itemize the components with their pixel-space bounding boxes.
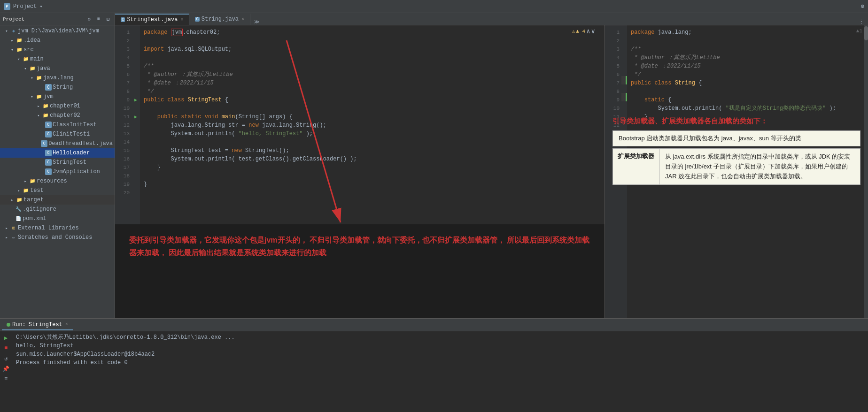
- settings-icon[interactable]: ⚙: [861, 3, 864, 10]
- sidebar-expand-icon[interactable]: ≡: [95, 15, 102, 23]
- tree-item-string[interactable]: ▸ C String: [0, 83, 115, 92]
- tree-label-jvm: jvm D:\Java\idea\JVM\jvm: [18, 28, 99, 34]
- cmd-text: C:\Users\其然乐乃Letitbe\.jdks\corretto-1.8.…: [16, 334, 235, 341]
- tree-item-src[interactable]: ▾ 📁 src: [0, 45, 115, 54]
- tree-item-target[interactable]: ▸ 📁 target: [0, 195, 115, 205]
- tree-item-idea[interactable]: ▸ 📁 .idea: [0, 36, 115, 45]
- warning-count[interactable]: ▲ 4: [576, 29, 585, 34]
- tree-label-src: src: [23, 46, 34, 53]
- tree-label-string: String: [53, 84, 73, 91]
- warning-badge: ⚠ ▲ 4 ∧ ∨: [572, 27, 595, 35]
- folder-icon-idea: 📁: [16, 37, 23, 44]
- tree-item-main[interactable]: ▾ 📁 main: [0, 54, 115, 64]
- editor-area: C StringTest.java × C String.java × ≫ ⋮: [115, 13, 868, 318]
- tab-string[interactable]: C String.java ×: [189, 14, 250, 25]
- tree-arrow-main: ▾: [16, 56, 22, 62]
- tree-item-gitignore[interactable]: 🔧 .gitignore: [0, 205, 115, 214]
- resume-btn[interactable]: ↺: [1, 354, 11, 363]
- tree-item-pom[interactable]: 📄 pom.xml: [0, 214, 115, 223]
- run-tab-label: Run:: [12, 321, 26, 328]
- tree-label-deadthread: DeadThreadTest.java: [48, 140, 113, 147]
- right-scrollbar-thumb[interactable]: [864, 26, 868, 40]
- editor-toolbar: ⋮: [859, 19, 868, 25]
- rerun-btn[interactable]: ▶: [1, 333, 11, 343]
- tree-label-stringtest: StringTest: [53, 159, 86, 166]
- module-icon: ◈: [10, 28, 17, 34]
- run-dot: [7, 323, 10, 327]
- output3-text: Process finished with exit code 0: [16, 359, 128, 366]
- sidebar-tree: ▾ ◈ jvm D:\Java\idea\JVM\jvm ▸ 📁 .idea ▾…: [0, 25, 115, 318]
- tree-arrow-java: ▾: [23, 66, 28, 71]
- bottom-console-content: C:\Users\其然乐乃Letitbe\.jdks\corretto-1.8.…: [12, 331, 868, 412]
- tree-item-jvm-root[interactable]: ▾ ◈ jvm D:\Java\idea\JVM\jvm: [0, 26, 115, 36]
- annotation-title: 引导类加载器、扩展类加载器各自加载的类如下：: [612, 117, 860, 126]
- right-line-indicator: ▲1: [856, 28, 862, 34]
- tree-arrow-test: ▸: [16, 188, 22, 193]
- run-tab[interactable]: Run: StringTest ×: [2, 320, 73, 330]
- tree-arrow-scratches: ▸: [4, 235, 9, 240]
- console-output2: sun.misc.Launcher$AppClassLoader@18b4aac…: [16, 350, 864, 359]
- right-annotation-panel: 引导类加载器、扩展类加载器各自加载的类如下： Bootstrap 启动类加载器只…: [605, 112, 868, 190]
- java-icon-helloloader: C: [45, 150, 52, 156]
- folder-icon-java: 📁: [29, 65, 36, 72]
- tree-label-chapter01: chapter01: [50, 103, 80, 109]
- tree-item-ext-libs[interactable]: ▸ ⊞ External Libraries: [0, 223, 115, 233]
- tree-arrow-extlibs: ▸: [4, 225, 9, 231]
- run-gutter-icon[interactable]: ▶: [132, 96, 140, 104]
- tree-label-idea: .idea: [23, 37, 40, 44]
- pin-btn[interactable]: 📌: [1, 364, 11, 374]
- tree-item-chapter02[interactable]: ▾ 📁 chapter02: [0, 111, 115, 120]
- tree-item-jvm-pkg[interactable]: ▾ 📁 jvm: [0, 92, 115, 101]
- run-gutter-icon2[interactable]: ▶: [132, 113, 140, 121]
- java-icon-string: C: [45, 84, 52, 91]
- tree-arrow-chapter02: ▾: [36, 113, 41, 118]
- tree-label-chapter02: chapter02: [50, 112, 80, 119]
- tree-arrow-src: ▾: [9, 47, 15, 53]
- tree-item-java-lang[interactable]: ▾ 📁 java.lang: [0, 73, 115, 83]
- run-tab-close[interactable]: ×: [65, 322, 68, 327]
- left-code-pane: ⚠ ▲ 4 ∧ ∨ 12345 678910 1112131415 161718…: [115, 25, 605, 318]
- tree-item-clinit[interactable]: C ClinitTest1: [0, 130, 115, 139]
- tree-label-main: main: [30, 56, 44, 62]
- tree-label-jvm-pkg: jvm: [43, 93, 54, 100]
- java-icon-clinit: C: [45, 131, 52, 137]
- ext-box-row: 扩展类加载器 从 java.ext.dirs 系统属性所指定的目录中加载类库，或…: [612, 148, 860, 185]
- tree-item-resources[interactable]: ▸ 📁 resources: [0, 176, 115, 186]
- project-label[interactable]: Project: [13, 3, 37, 10]
- tree-item-helloloader[interactable]: C HelloLoader: [0, 148, 115, 158]
- tree-label-target: target: [23, 197, 44, 203]
- sidebar-title: Project: [3, 16, 24, 22]
- stop-btn[interactable]: ■: [1, 343, 11, 353]
- nav-up-icon[interactable]: ∧: [586, 27, 590, 35]
- tab-overflow-btn[interactable]: ≫: [252, 19, 262, 25]
- tree-label-pom: pom.xml: [23, 215, 46, 222]
- tab-close-stringtest[interactable]: ×: [180, 17, 183, 23]
- tree-arrow-jvm: ▾: [4, 28, 9, 34]
- tree-item-chapter01[interactable]: ▸ 📁 chapter01: [0, 101, 115, 111]
- nav-down-icon[interactable]: ∨: [591, 27, 595, 35]
- project-dropdown-arrow[interactable]: ▾: [39, 4, 42, 9]
- java-icon-deadthread: C: [41, 140, 47, 147]
- console-output1: hello, StringTest: [16, 342, 864, 350]
- ext-label: 扩展类加载器: [612, 148, 659, 185]
- tree-arrow-resources: ▸: [23, 178, 28, 184]
- sidebar-gear-icon[interactable]: ⚙: [85, 15, 93, 23]
- ext-content: 从 java.ext.dirs 系统属性所指定的目录中加载类库，或从 JDK 的…: [659, 148, 860, 185]
- tree-item-test[interactable]: ▸ 📁 test: [0, 186, 115, 195]
- tree-item-java[interactable]: ▾ 📁 java: [0, 64, 115, 73]
- tree-arrow-idea: ▸: [9, 38, 15, 43]
- tab-stringtest[interactable]: C StringTest.java ×: [115, 14, 189, 25]
- kebab-menu-icon[interactable]: ⋮: [859, 19, 864, 25]
- tab-close-string[interactable]: ×: [241, 17, 244, 22]
- tree-item-deadthread[interactable]: C DeadThreadTest.java: [0, 139, 115, 148]
- tree-item-stringtest[interactable]: C StringTest: [0, 158, 115, 167]
- tab-overflow-icon: ≫: [254, 19, 260, 25]
- tree-arrow-chapter01: ▸: [36, 103, 41, 109]
- tree-item-scratches[interactable]: ▸ ✏ Scratches and Consoles: [0, 233, 115, 242]
- sidebar-settings-icon[interactable]: ⊞: [104, 15, 112, 23]
- tree-item-jvmapp[interactable]: C JvmApplication: [0, 167, 115, 176]
- scroll-btn[interactable]: ≡: [1, 374, 11, 384]
- tree-label-helloloader: HelloLoader: [53, 150, 90, 156]
- tree-item-classinit[interactable]: C ClassInitTest: [0, 120, 115, 130]
- tree-label-java-lang: java.lang: [43, 75, 74, 81]
